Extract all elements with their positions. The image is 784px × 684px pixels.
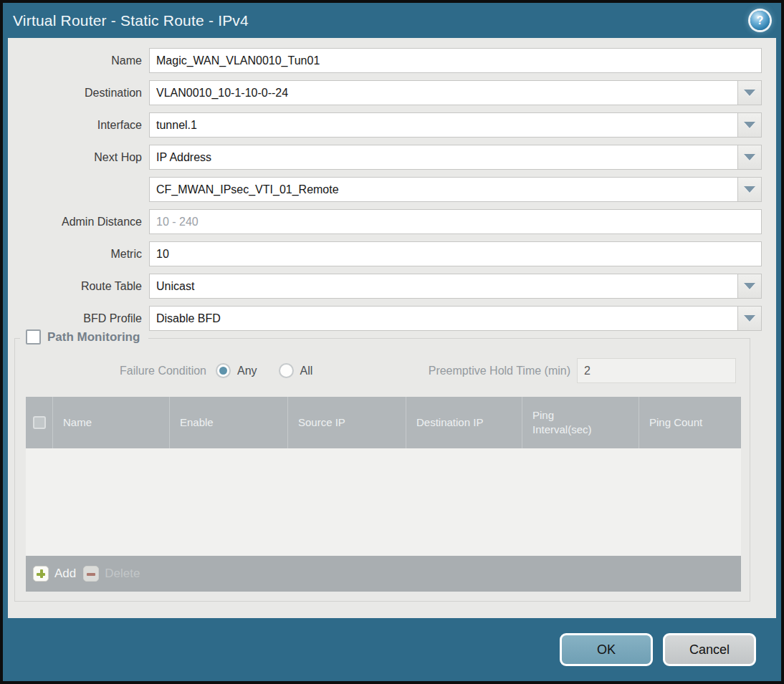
metric-input[interactable] — [149, 241, 762, 266]
radio-any-label: Any — [237, 365, 257, 377]
route-table-label: Route Table — [8, 280, 149, 293]
name-input-wrap — [149, 48, 762, 73]
preemptive-hold-time-input[interactable] — [577, 358, 736, 383]
interface-input[interactable] — [149, 112, 738, 138]
table-header-name: Name — [52, 397, 169, 448]
form-row-metric: Metric — [8, 241, 762, 266]
destination-input-wrap — [149, 80, 762, 105]
form-row-interface: Interface — [8, 112, 762, 138]
interface-input-wrap — [149, 112, 762, 138]
table-body-empty — [26, 448, 741, 556]
form-row-route-table: Route Table — [8, 274, 762, 299]
bfd-profile-dropdown-button[interactable] — [738, 306, 762, 331]
destination-dropdown-button[interactable] — [738, 80, 762, 105]
table-header-source-ip: Source IP — [287, 397, 406, 448]
next-hop-address-input[interactable] — [149, 177, 738, 202]
interface-label: Interface — [8, 119, 149, 132]
form-row-name: Name — [8, 48, 762, 73]
next-hop-type-input[interactable] — [149, 145, 738, 170]
form-row-next-hop-address — [8, 177, 762, 202]
name-label: Name — [8, 54, 149, 67]
title-bar: Virtual Router - Static Route - IPv4 ? — [3, 3, 781, 38]
next-hop-dropdown-button[interactable] — [738, 145, 762, 170]
failure-condition-option-any: Any — [216, 363, 257, 378]
form-row-destination: Destination — [8, 80, 762, 105]
dialog-chrome: Virtual Router - Static Route - IPv4 ? N… — [3, 3, 781, 681]
form-row-next-hop: Next Hop — [8, 145, 762, 170]
bfd-profile-label: BFD Profile — [8, 312, 149, 325]
preemptive-hold-time-label: Preemptive Hold Time (min) — [429, 365, 577, 377]
route-table-dropdown-button[interactable] — [738, 274, 762, 299]
form-row-admin-distance: Admin Distance — [8, 209, 762, 234]
chevron-down-icon — [744, 283, 755, 289]
table-header-enable: Enable — [169, 397, 287, 448]
table-header-destination-ip: Destination IP — [406, 397, 522, 448]
path-monitoring-table: Name Enable Source IP Destination IP Pin… — [26, 397, 741, 592]
path-monitoring-section: Path Monitoring Failure Condition Any Al… — [14, 338, 750, 602]
radio-any[interactable] — [216, 363, 231, 378]
table-toolbar: Add Delete — [26, 556, 741, 592]
interface-dropdown-button[interactable] — [738, 112, 762, 138]
metric-input-wrap — [149, 241, 762, 266]
add-button-label: Add — [54, 567, 76, 581]
ok-button[interactable]: OK — [560, 633, 653, 666]
destination-label: Destination — [8, 87, 149, 100]
dialog-button-bar: OK Cancel — [8, 618, 776, 681]
delete-button[interactable]: Delete — [83, 566, 140, 582]
dialog-title: Virtual Router - Static Route - IPv4 — [13, 12, 249, 29]
next-hop-label: Next Hop — [8, 151, 149, 164]
name-input[interactable] — [149, 48, 762, 73]
select-all-checkbox[interactable] — [33, 416, 46, 429]
table-header-ping-count: Ping Count — [639, 397, 741, 448]
path-monitoring-title: Path Monitoring — [47, 330, 140, 345]
help-icon[interactable]: ? — [750, 11, 770, 30]
chevron-down-icon — [744, 90, 755, 96]
radio-all-label: All — [300, 365, 313, 377]
table-header-row: Name Enable Source IP Destination IP Pin… — [26, 397, 741, 448]
chevron-down-icon — [744, 154, 755, 160]
next-hop-input-wrap — [149, 145, 762, 170]
radio-all[interactable] — [279, 363, 294, 378]
admin-distance-input[interactable] — [149, 209, 762, 234]
plus-icon — [33, 566, 49, 582]
path-monitoring-checkbox[interactable] — [26, 329, 41, 345]
path-monitoring-legend: Path Monitoring — [20, 329, 148, 345]
table-header-ping-interval: Ping Interval(sec) — [522, 397, 639, 448]
minus-icon — [83, 566, 99, 582]
form-row-bfd-profile: BFD Profile — [8, 306, 762, 331]
admin-distance-input-wrap — [149, 209, 762, 234]
chevron-down-icon — [744, 186, 755, 193]
chevron-down-icon — [744, 122, 755, 128]
next-hop-address-dropdown-button[interactable] — [738, 177, 762, 202]
table-header-select — [26, 397, 52, 448]
admin-distance-label: Admin Distance — [8, 216, 149, 228]
failure-condition-row: Failure Condition Any All Preemptive Hol… — [15, 358, 750, 383]
destination-input[interactable] — [149, 80, 738, 105]
cancel-button[interactable]: Cancel — [663, 633, 756, 666]
dialog-body: Name Destination Interface — [8, 38, 776, 618]
next-hop-address-input-wrap — [149, 177, 762, 202]
metric-label: Metric — [8, 248, 149, 261]
failure-condition-option-all: All — [279, 363, 313, 378]
chevron-down-icon — [744, 315, 755, 322]
failure-condition-label: Failure Condition — [15, 365, 216, 377]
bfd-profile-input[interactable] — [149, 306, 738, 331]
route-table-input[interactable] — [149, 274, 738, 299]
bfd-profile-input-wrap — [149, 306, 762, 331]
route-table-input-wrap — [149, 274, 762, 299]
delete-button-label: Delete — [105, 567, 140, 581]
add-button[interactable]: Add — [33, 566, 76, 582]
dialog-window: Virtual Router - Static Route - IPv4 ? N… — [0, 0, 784, 684]
